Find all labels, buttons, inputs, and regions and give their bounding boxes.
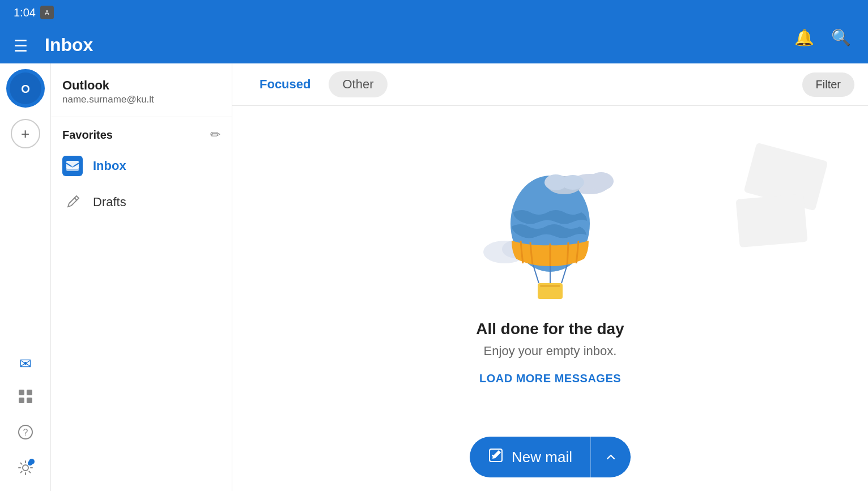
topbar: 1:04 A ☰ Inbox 🔔 🔍 (0, 0, 868, 63)
drafts-label: Drafts (93, 195, 126, 210)
sidebar-item-inbox[interactable]: Inbox (51, 148, 232, 184)
new-mail-main: New mail (470, 437, 590, 477)
svg-text:O: O (21, 83, 30, 95)
notification-icon[interactable]: 🔔 (794, 28, 814, 47)
search-icon[interactable]: 🔍 (831, 28, 851, 47)
mail-nav-icon[interactable]: ✉ (19, 355, 32, 373)
main-layout: O + ✉ ? (0, 63, 868, 491)
tab-other[interactable]: Other (329, 71, 387, 97)
page-title: Inbox (45, 35, 93, 55)
svg-rect-11 (66, 166, 79, 171)
time-display: 1:04 (14, 6, 36, 19)
svg-point-24 (561, 175, 584, 190)
rail-bottom-icons: ✉ ? (18, 355, 33, 491)
edit-favorites-icon[interactable]: ✏ (210, 127, 220, 142)
sidebar-account: Outlook name.surname@ku.lt (51, 72, 232, 117)
sidebar-item-drafts[interactable]: Drafts (51, 184, 232, 220)
help-nav-icon[interactable]: ? (18, 424, 33, 444)
inbox-icon (62, 156, 83, 176)
new-mail-button[interactable]: New mail (470, 437, 631, 477)
svg-point-9 (28, 461, 32, 466)
settings-nav-icon[interactable] (18, 460, 33, 480)
content-area: Focused Other Filter (232, 63, 868, 491)
drafts-icon (62, 192, 83, 212)
expand-icon[interactable] (591, 437, 631, 477)
bottom-bar: New mail (470, 437, 631, 477)
sidebar: Outlook name.surname@ku.lt Favorites ✏ I… (51, 63, 232, 491)
account-email: name.surname@ku.lt (62, 94, 220, 105)
load-more-button[interactable]: LOAD MORE MESSAGES (479, 372, 621, 385)
favorites-label: Favorites (62, 129, 113, 142)
menu-icon[interactable]: ☰ (14, 37, 28, 55)
balloon-illustration (476, 167, 624, 303)
inbox-content: All done for the day Enjoy your empty in… (232, 106, 868, 491)
account-provider-name: Outlook (62, 78, 220, 93)
svg-text:?: ? (23, 428, 28, 437)
favorites-header: Favorites ✏ (51, 117, 232, 148)
tabs-row: Focused Other Filter (232, 63, 868, 106)
account-avatar[interactable]: O (6, 69, 45, 108)
new-mail-label: New mail (512, 449, 572, 466)
empty-inbox-subtitle: Enjoy your empty inbox. (484, 344, 617, 358)
empty-inbox-title: All done for the day (476, 320, 624, 338)
svg-rect-3 (27, 390, 32, 395)
add-account-button[interactable]: + (11, 119, 40, 148)
compose-icon (488, 447, 504, 467)
apps-nav-icon[interactable] (18, 388, 33, 408)
svg-point-13 (589, 172, 614, 190)
tab-focused[interactable]: Focused (246, 71, 324, 97)
inbox-label: Inbox (93, 159, 126, 173)
topbar-actions: 🔔 🔍 (794, 28, 851, 47)
svg-point-8 (23, 465, 28, 471)
svg-rect-2 (19, 390, 24, 395)
svg-rect-4 (19, 398, 24, 403)
svg-rect-5 (27, 398, 32, 403)
status-bar: 1:04 A (14, 6, 54, 19)
avatar-initial: O (10, 72, 41, 104)
filter-button[interactable]: Filter (802, 72, 854, 97)
status-badge: A (40, 6, 54, 19)
icon-rail: O + ✉ ? (0, 63, 51, 491)
svg-rect-21 (540, 285, 560, 287)
